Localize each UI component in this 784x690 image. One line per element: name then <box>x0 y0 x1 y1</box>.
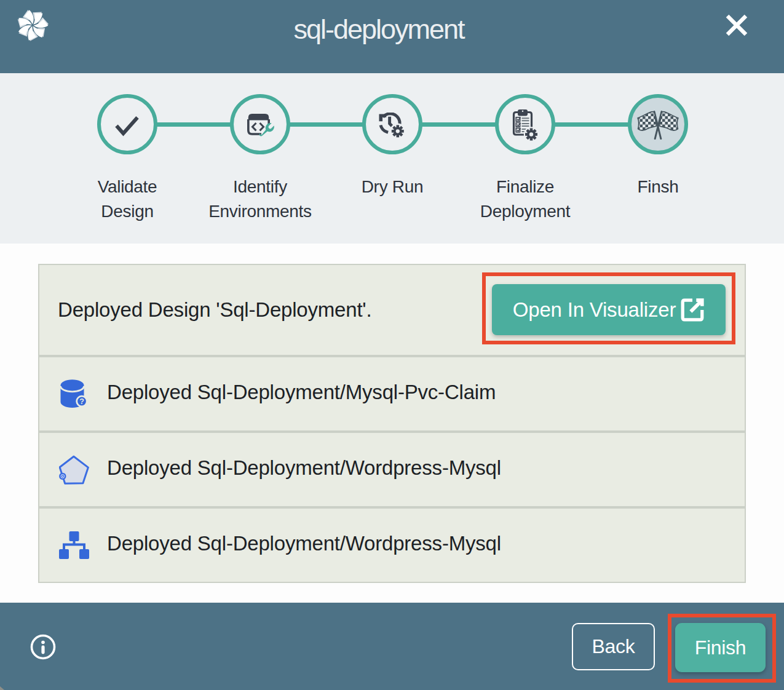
svg-text:?: ? <box>79 397 84 406</box>
